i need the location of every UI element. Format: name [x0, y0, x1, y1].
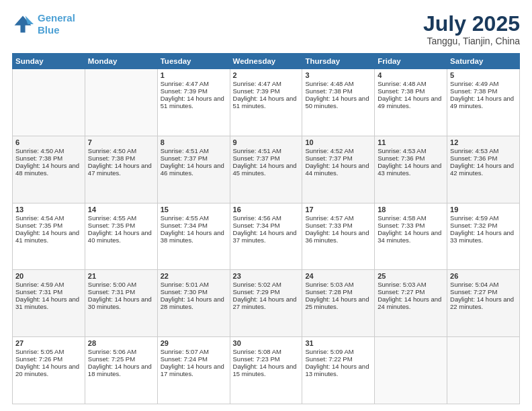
day-number: 5 [450, 71, 517, 79]
calendar-cell: 27Sunrise: 5:05 AMSunset: 7:26 PMDayligh… [13, 337, 85, 404]
calendar-cell: 16Sunrise: 4:56 AMSunset: 7:34 PMDayligh… [230, 203, 302, 270]
calendar-cell: 1Sunrise: 4:47 AMSunset: 7:39 PMDaylight… [157, 69, 230, 136]
day-info: Daylight: 14 hours and 33 minutes. [450, 229, 517, 244]
logo-general: General [38, 12, 75, 24]
day-info: Sunrise: 5:02 AM [233, 281, 300, 288]
day-number: 20 [15, 272, 82, 280]
day-number: 13 [15, 205, 82, 214]
day-info: Sunset: 7:37 PM [233, 154, 300, 162]
day-info: Sunrise: 4:55 AM [88, 214, 154, 222]
col-header-saturday: Saturday [447, 54, 520, 69]
day-info: Daylight: 14 hours and 34 minutes. [378, 229, 444, 244]
day-number: 28 [88, 339, 154, 347]
calendar-cell: 25Sunrise: 5:03 AMSunset: 7:27 PMDayligh… [375, 270, 447, 337]
calendar-table: SundayMondayTuesdayWednesdayThursdayFrid… [12, 53, 520, 404]
day-number: 17 [305, 205, 371, 214]
day-info: Sunrise: 4:48 AM [305, 80, 371, 87]
calendar-cell: 18Sunrise: 4:58 AMSunset: 7:33 PMDayligh… [375, 203, 447, 270]
day-info: Sunset: 7:29 PM [233, 288, 300, 295]
day-info: Sunrise: 5:06 AM [88, 348, 154, 355]
day-info: Sunset: 7:35 PM [15, 222, 82, 229]
calendar-cell: 14Sunrise: 4:55 AMSunset: 7:35 PMDayligh… [85, 203, 157, 270]
day-info: Daylight: 14 hours and 48 minutes. [15, 162, 82, 177]
calendar-cell [13, 69, 85, 136]
day-info: Sunset: 7:34 PM [233, 222, 300, 229]
calendar-cell: 31Sunrise: 5:09 AMSunset: 7:22 PMDayligh… [302, 337, 375, 404]
day-number: 18 [378, 205, 444, 214]
day-info: Sunset: 7:35 PM [88, 222, 154, 229]
day-number: 31 [305, 339, 371, 347]
week-row-1: 1Sunrise: 4:47 AMSunset: 7:39 PMDaylight… [13, 69, 520, 136]
day-info: Sunrise: 4:59 AM [450, 214, 517, 222]
logo-blue: Blue [38, 24, 60, 36]
day-info: Sunset: 7:31 PM [15, 288, 82, 295]
day-info: Sunrise: 4:50 AM [88, 147, 154, 154]
day-number: 8 [161, 138, 227, 146]
calendar-cell: 10Sunrise: 4:52 AMSunset: 7:37 PMDayligh… [302, 136, 375, 203]
day-number: 15 [161, 205, 227, 214]
day-info: Sunset: 7:32 PM [450, 222, 517, 229]
day-info: Sunrise: 4:57 AM [305, 214, 371, 222]
day-info: Daylight: 14 hours and 36 minutes. [305, 229, 371, 244]
day-number: 27 [15, 339, 82, 347]
day-info: Daylight: 14 hours and 49 minutes. [450, 95, 517, 109]
day-info: Daylight: 14 hours and 49 minutes. [378, 95, 444, 109]
day-info: Sunset: 7:37 PM [305, 154, 371, 162]
calendar-cell: 4Sunrise: 4:48 AMSunset: 7:38 PMDaylight… [375, 69, 447, 136]
calendar-cell: 30Sunrise: 5:08 AMSunset: 7:23 PMDayligh… [230, 337, 302, 404]
day-info: Daylight: 14 hours and 38 minutes. [161, 229, 227, 244]
day-number: 12 [450, 138, 517, 146]
calendar-cell: 3Sunrise: 4:48 AMSunset: 7:38 PMDaylight… [302, 69, 375, 136]
day-info: Sunset: 7:34 PM [161, 222, 227, 229]
day-info: Sunrise: 4:58 AM [378, 214, 444, 222]
day-info: Sunrise: 5:05 AM [15, 348, 82, 355]
day-info: Sunset: 7:33 PM [305, 222, 371, 229]
day-info: Sunrise: 4:55 AM [161, 214, 227, 222]
calendar-cell: 7Sunrise: 4:50 AMSunset: 7:38 PMDaylight… [85, 136, 157, 203]
title-block: July 2025 Tanggu, Tianjin, China [423, 12, 520, 46]
day-info: Sunrise: 4:59 AM [15, 281, 82, 288]
calendar-cell: 13Sunrise: 4:54 AMSunset: 7:35 PMDayligh… [13, 203, 85, 270]
day-info: Sunset: 7:37 PM [161, 154, 227, 162]
day-info: Sunset: 7:26 PM [15, 355, 82, 363]
day-info: Sunset: 7:38 PM [88, 154, 154, 162]
col-header-sunday: Sunday [13, 54, 85, 69]
day-number: 9 [233, 138, 300, 146]
day-info: Sunrise: 4:52 AM [305, 147, 371, 154]
col-header-monday: Monday [85, 54, 157, 69]
calendar-cell: 15Sunrise: 4:55 AMSunset: 7:34 PMDayligh… [157, 203, 230, 270]
day-info: Daylight: 14 hours and 51 minutes. [161, 95, 227, 109]
day-info: Daylight: 14 hours and 47 minutes. [88, 162, 154, 177]
day-info: Sunset: 7:36 PM [450, 154, 517, 162]
day-info: Daylight: 14 hours and 51 minutes. [233, 95, 300, 109]
calendar-cell: 23Sunrise: 5:02 AMSunset: 7:29 PMDayligh… [230, 270, 302, 337]
main-title: July 2025 [423, 12, 520, 36]
day-info: Sunrise: 5:07 AM [161, 348, 227, 355]
day-info: Sunset: 7:22 PM [305, 355, 371, 363]
day-info: Sunset: 7:27 PM [378, 288, 444, 295]
day-info: Daylight: 14 hours and 18 minutes. [88, 363, 154, 377]
day-number: 1 [161, 71, 227, 79]
calendar-cell: 21Sunrise: 5:00 AMSunset: 7:31 PMDayligh… [85, 270, 157, 337]
day-info: Daylight: 14 hours and 45 minutes. [233, 162, 300, 177]
day-info: Daylight: 14 hours and 50 minutes. [305, 95, 371, 109]
day-info: Sunrise: 4:50 AM [15, 147, 82, 154]
day-info: Sunrise: 4:49 AM [450, 80, 517, 87]
day-info: Sunset: 7:27 PM [450, 288, 517, 295]
day-info: Daylight: 14 hours and 41 minutes. [15, 229, 82, 244]
day-info: Sunset: 7:38 PM [378, 87, 444, 95]
day-info: Sunset: 7:39 PM [161, 87, 227, 95]
logo-icon [12, 13, 34, 35]
day-info: Sunset: 7:28 PM [305, 288, 371, 295]
calendar-cell: 9Sunrise: 4:51 AMSunset: 7:37 PMDaylight… [230, 136, 302, 203]
calendar-cell: 11Sunrise: 4:53 AMSunset: 7:36 PMDayligh… [375, 136, 447, 203]
calendar-cell: 17Sunrise: 4:57 AMSunset: 7:33 PMDayligh… [302, 203, 375, 270]
day-info: Sunrise: 5:04 AM [450, 281, 517, 288]
day-info: Sunrise: 4:56 AM [233, 214, 300, 222]
day-info: Sunset: 7:25 PM [88, 355, 154, 363]
day-number: 4 [378, 71, 444, 79]
calendar-cell: 2Sunrise: 4:47 AMSunset: 7:39 PMDaylight… [230, 69, 302, 136]
calendar-cell: 6Sunrise: 4:50 AMSunset: 7:38 PMDaylight… [13, 136, 85, 203]
day-info: Daylight: 14 hours and 27 minutes. [233, 295, 300, 310]
day-info: Sunrise: 4:54 AM [15, 214, 82, 222]
